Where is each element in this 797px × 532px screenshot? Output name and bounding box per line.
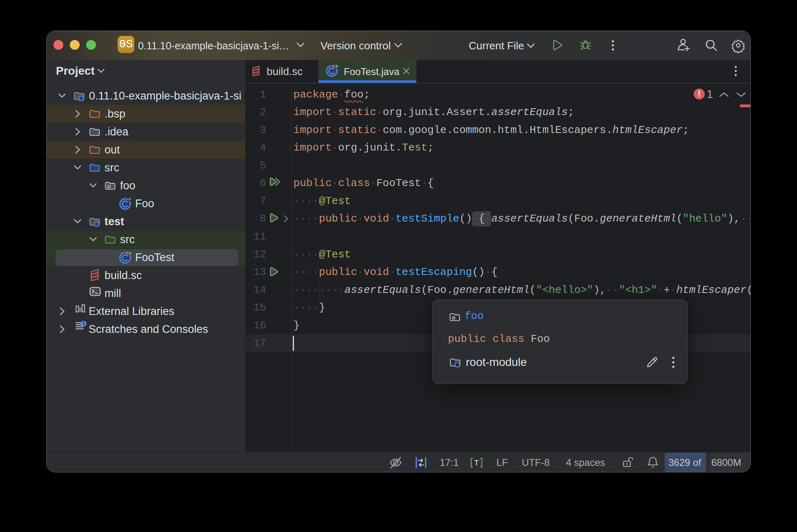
svg-text:T: T [474, 459, 479, 467]
